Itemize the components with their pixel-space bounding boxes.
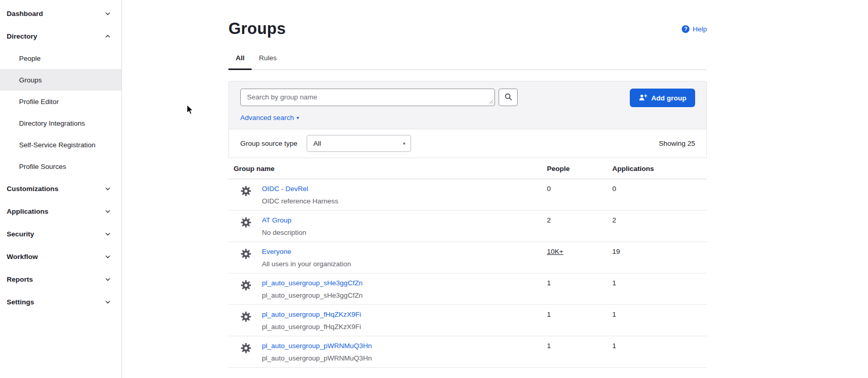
sidebar-item-label: Customizations (7, 185, 59, 193)
group-name-link[interactable]: OIDC - DevRel (262, 185, 308, 193)
sidebar-item-security[interactable]: Security (0, 222, 121, 245)
applications-count: 1 (612, 278, 707, 299)
main-content: Groups ? Help All Rules (228, 0, 707, 368)
sidebar-item-groups[interactable]: Groups (0, 69, 121, 91)
chevron-down-icon (104, 253, 111, 260)
sidebar-item-label: Settings (7, 298, 34, 306)
sidebar-item-directory-integrations[interactable]: Directory Integrations (0, 112, 121, 134)
search-input[interactable] (240, 89, 495, 106)
sidebar-item-label: Self-Service Registration (19, 141, 96, 149)
sidebar-item-label: Dashboard (7, 10, 43, 18)
table-row: AT Group No description 2 2 (228, 211, 707, 242)
group-name-link[interactable]: pl_auto_usergroup_pWRNMuQ3Hn (262, 342, 372, 350)
group-table-body: OIDC - DevRel OIDC reference Harness 0 0 (228, 179, 707, 368)
tab-all[interactable]: All (228, 51, 252, 70)
group-gear-icon (240, 185, 252, 205)
group-source-type-label: Group source type (240, 140, 297, 147)
applications-count: 1 (612, 341, 707, 362)
showing-count: Showing 25 (659, 140, 695, 147)
help-link[interactable]: ? Help (682, 25, 707, 33)
sidebar-item-label: Applications (7, 208, 48, 215)
group-name-cell: pl_auto_usergroup_fHqZKzX9Fi pl_auto_use… (228, 310, 547, 331)
applications-count: 19 (612, 247, 707, 268)
sidebar-item-label: Workflow (7, 253, 38, 261)
applications-count: 0 (612, 184, 707, 205)
caret-down-icon: ▾ (296, 115, 299, 121)
table-header: Group name People Applications (228, 158, 707, 179)
sidebar-item-customizations[interactable]: Customizations (0, 177, 121, 200)
group-name-link[interactable]: pl_auto_usergroup_fHqZKzX9Fi (262, 311, 361, 318)
people-count: 1 (547, 310, 612, 331)
main-area: Groups ? Help All Rules (122, 0, 868, 378)
chevron-down-icon (104, 231, 111, 237)
sidebar-item-label: Directory Integrations (19, 119, 85, 127)
search-icon (504, 93, 512, 102)
add-person-icon (639, 93, 647, 103)
group-description: OIDC reference Harness (262, 197, 339, 205)
advanced-search-link[interactable]: Advanced search ▾ (240, 114, 299, 122)
people-count: 0 (547, 184, 612, 205)
sidebar-item-label: Directory (7, 32, 37, 40)
sidebar-item-applications[interactable]: Applications (0, 200, 121, 222)
toolbar: Add group Advanced search ▾ Group source… (228, 81, 707, 158)
help-icon: ? (682, 25, 689, 33)
people-count[interactable]: 10K+ (547, 247, 612, 268)
group-source-type-select[interactable]: All ▾ (307, 135, 411, 152)
table-row: Everyone All users in your organization … (228, 242, 707, 273)
sidebar-item-label: Security (7, 230, 34, 238)
group-gear-icon (240, 217, 252, 236)
applications-count: 2 (612, 215, 707, 236)
sidebar-item-label: People (19, 55, 41, 62)
group-description: pl_auto_usergroup_pWRNMuQ3Hn (262, 354, 372, 362)
sidebar-item-settings[interactable]: Settings (0, 290, 121, 313)
group-description: All users in your organization (262, 260, 351, 268)
sidebar: Dashboard Directory People Groups Profil… (0, 0, 122, 378)
table-row: pl_auto_usergroup_sHe3ggCfZn pl_auto_use… (228, 273, 707, 305)
people-count: 1 (547, 278, 612, 299)
add-group-button[interactable]: Add group (630, 89, 695, 107)
add-group-label: Add group (651, 94, 686, 102)
caret-down-icon: ▾ (403, 141, 405, 146)
applications-count: 1 (612, 310, 707, 331)
people-count: 2 (547, 215, 612, 236)
sidebar-item-label: Profile Sources (19, 163, 66, 170)
help-label: Help (693, 25, 707, 33)
group-name-link[interactable]: AT Group (262, 216, 291, 224)
group-gear-icon (240, 342, 252, 362)
chevron-up-icon (104, 33, 111, 40)
column-people: People (547, 165, 612, 173)
tab-rules[interactable]: Rules (252, 51, 284, 70)
sidebar-item-self-service-registration[interactable]: Self-Service Registration (0, 134, 121, 156)
sidebar-item-dashboard[interactable]: Dashboard (0, 2, 121, 25)
group-name-cell: AT Group No description (228, 215, 547, 236)
group-description: pl_auto_usergroup_sHe3ggCfZn (262, 291, 363, 299)
group-description: pl_auto_usergroup_fHqZKzX9Fi (262, 323, 361, 331)
chevron-down-icon (104, 208, 111, 215)
page-title: Groups (228, 20, 286, 38)
group-name-link[interactable]: pl_auto_usergroup_sHe3ggCfZn (262, 279, 363, 287)
group-name-cell: pl_auto_usergroup_pWRNMuQ3Hn pl_auto_use… (228, 341, 547, 362)
sidebar-item-label: Profile Editor (19, 98, 59, 106)
search-section: Add group Advanced search ▾ (229, 81, 706, 129)
search-button[interactable] (499, 89, 518, 106)
group-name-link[interactable]: Everyone (262, 248, 291, 255)
app-window: Dashboard Directory People Groups Profil… (0, 0, 868, 378)
group-gear-icon (240, 280, 252, 299)
sidebar-item-people[interactable]: People (0, 47, 121, 69)
column-group-name: Group name (228, 165, 547, 173)
sidebar-item-label: Groups (19, 76, 42, 84)
sidebar-item-directory[interactable]: Directory (0, 25, 121, 47)
sidebar-item-profile-editor[interactable]: Profile Editor (0, 91, 121, 112)
sidebar-item-label: Reports (7, 276, 33, 283)
table-row: pl_auto_usergroup_pWRNMuQ3Hn pl_auto_use… (228, 336, 707, 368)
group-description: No description (262, 229, 306, 236)
sidebar-item-profile-sources[interactable]: Profile Sources (0, 156, 121, 177)
group-gear-icon (240, 311, 252, 331)
chevron-down-icon (104, 276, 111, 283)
column-applications: Applications (612, 165, 707, 173)
sidebar-item-workflow[interactable]: Workflow (0, 245, 121, 268)
people-count: 1 (547, 341, 612, 362)
table-row: pl_auto_usergroup_fHqZKzX9Fi pl_auto_use… (228, 305, 707, 336)
group-name-cell: OIDC - DevRel OIDC reference Harness (228, 184, 547, 205)
sidebar-item-reports[interactable]: Reports (0, 268, 121, 290)
